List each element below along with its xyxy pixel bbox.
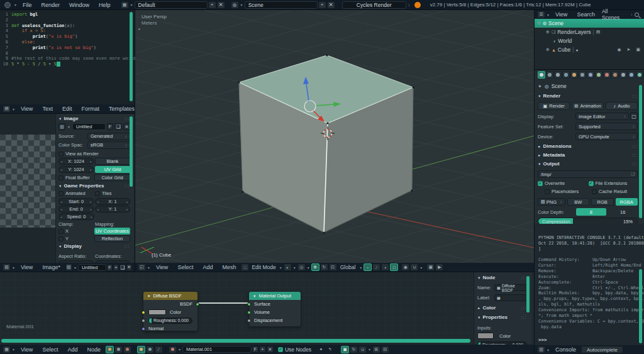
tab-more[interactable] bbox=[636, 71, 643, 79]
linestyle-shader-icon[interactable]: ∕ bbox=[155, 346, 163, 353]
rgb-button[interactable]: RGB bbox=[591, 198, 614, 206]
object-shader-icon[interactable] bbox=[137, 346, 145, 353]
compositing-tree-icon[interactable] bbox=[114, 346, 123, 353]
placeholders-checkbox[interactable]: Placeholders bbox=[538, 189, 591, 194]
rgba-button[interactable]: RGBA bbox=[616, 198, 638, 206]
metadata-panel-header[interactable]: ►Metadata bbox=[538, 152, 565, 158]
shader-tree-icon[interactable] bbox=[106, 346, 114, 353]
pivot-point-icon[interactable]: ◎ bbox=[297, 263, 306, 271]
anim-end-field[interactable]: ◂End: 0▸ bbox=[58, 206, 94, 213]
tab-scene[interactable] bbox=[554, 71, 562, 79]
properties-editor[interactable]: ✦ ◍ Scene ▼Render ▣Render ⊞Animation ♪Au… bbox=[534, 69, 644, 224]
menu-help[interactable]: Help bbox=[94, 2, 115, 8]
color-swatch[interactable] bbox=[148, 309, 166, 315]
image-width-field[interactable]: ◂X: 1024▸ bbox=[58, 158, 94, 165]
blank-button[interactable]: Blank bbox=[95, 158, 130, 165]
screen-layout-icon[interactable]: ▦ bbox=[121, 1, 129, 9]
node-name-field[interactable]: ▦Diffuse BSDF bbox=[494, 284, 527, 291]
panel-grip-icon[interactable] bbox=[631, 145, 638, 148]
3d-viewport[interactable]: User Persp Meters + (1) Cube ◱ ▾ View Se… bbox=[135, 10, 534, 272]
tab-physics[interactable] bbox=[628, 71, 635, 79]
node-panel-scrollbar[interactable] bbox=[526, 276, 530, 313]
new-image-button[interactable]: + bbox=[113, 264, 119, 271]
tiles-x-field[interactable]: ◂X: 1▸ bbox=[95, 198, 130, 205]
roughness-slider[interactable]: Roughness: 0.000 bbox=[148, 318, 192, 324]
opengl-render-icon[interactable]: ▣ bbox=[426, 263, 435, 271]
scene-icon[interactable]: ◍ bbox=[231, 1, 239, 9]
depth-8-button[interactable]: 8 bbox=[576, 208, 606, 216]
material-output-node[interactable]: ▼Material Output Surface Volume Displace… bbox=[248, 291, 301, 327]
color-grid-button[interactable]: Color Grid bbox=[94, 174, 130, 181]
panel-grip-icon[interactable] bbox=[521, 316, 527, 319]
compression-slider[interactable]: Compression: 15% bbox=[538, 218, 638, 224]
pin-icon[interactable]: ✦ bbox=[538, 84, 542, 89]
paste-node-icon[interactable]: ⊟ bbox=[381, 346, 389, 353]
editor-type-text-icon[interactable]: ▤ bbox=[3, 105, 11, 113]
use-nodes-checkbox[interactable]: ✓Use Nodes bbox=[278, 346, 311, 353]
text-menu-templates[interactable]: Templates bbox=[104, 106, 139, 112]
bw-button[interactable]: BW bbox=[567, 198, 590, 206]
app-menu-icon[interactable] bbox=[4, 2, 11, 8]
displacement-input-socket[interactable] bbox=[247, 319, 251, 323]
render-button[interactable]: ▣Render bbox=[538, 102, 570, 110]
anim-speed-field[interactable]: ◂Speed: 0▸ bbox=[58, 213, 94, 220]
copy-node-icon[interactable]: ⊞ bbox=[372, 346, 380, 353]
world-shader-icon[interactable] bbox=[146, 346, 154, 353]
file-extensions-checkbox[interactable]: ✓File Extensions bbox=[589, 180, 638, 186]
snap-icon[interactable]: ∪ bbox=[358, 346, 367, 353]
tab-render[interactable] bbox=[538, 71, 545, 79]
outliner[interactable]: ☰ ▾ View Search All Scenes ↕ ⊖ ◍ Scene ⊕… bbox=[534, 10, 644, 69]
image-panel-header[interactable]: ▼Image bbox=[58, 116, 79, 121]
manipulator-scale-icon[interactable]: ⊡ bbox=[329, 263, 337, 271]
tab-world[interactable] bbox=[562, 71, 570, 79]
face-select-icon[interactable]: ▪ bbox=[381, 263, 389, 271]
tab-object[interactable] bbox=[570, 71, 578, 79]
menu-file[interactable]: File bbox=[18, 2, 36, 8]
visibility-eye-icon[interactable]: ◉ bbox=[617, 47, 621, 52]
tab-modifiers[interactable] bbox=[587, 71, 594, 79]
viewport-canvas[interactable] bbox=[135, 10, 534, 263]
selectable-icon[interactable]: ➤ bbox=[627, 47, 631, 52]
tab-particles[interactable] bbox=[619, 71, 627, 79]
volume-input-socket[interactable] bbox=[247, 311, 251, 314]
renderable-icon[interactable]: ▣ bbox=[636, 47, 640, 52]
menu-window[interactable]: Window bbox=[65, 2, 94, 8]
fake-user-button[interactable]: F bbox=[107, 264, 113, 271]
tab-data[interactable] bbox=[595, 71, 602, 79]
normal-input-socket[interactable] bbox=[142, 327, 145, 331]
node-editor[interactable]: Material.001 ▼Diffuse BSDF BSDF Color Ro… bbox=[0, 272, 534, 354]
vertex-select-icon[interactable]: ◦ bbox=[364, 263, 372, 271]
image-datablock-icon[interactable]: ▧ bbox=[65, 263, 72, 271]
text-scrollbar[interactable] bbox=[130, 12, 133, 101]
render-panel-header[interactable]: ▼Render bbox=[538, 93, 560, 99]
surface-input-socket[interactable] bbox=[247, 302, 251, 306]
node-label-field[interactable]: ▦ bbox=[494, 294, 527, 301]
outliner-item-world[interactable]: ◐ World bbox=[535, 36, 644, 45]
editor-type-image-icon[interactable]: ▧ bbox=[3, 263, 11, 271]
output-path-field[interactable]: /tmp/❏ bbox=[538, 170, 638, 178]
node-menu-view[interactable]: View bbox=[16, 346, 37, 353]
render-engine-select[interactable]: Cycles Render bbox=[342, 1, 406, 9]
panel-grip-icon[interactable] bbox=[124, 245, 130, 248]
panel-grip-icon[interactable] bbox=[631, 94, 638, 97]
text-menu-view[interactable]: View bbox=[16, 106, 37, 112]
render-audio-button[interactable]: ♪Audio bbox=[606, 102, 638, 110]
disclosure-icon[interactable]: ⊕ bbox=[546, 30, 550, 35]
node-menu-select[interactable]: Select bbox=[38, 346, 62, 353]
expand-region-button[interactable]: + bbox=[138, 26, 141, 32]
game-properties-header[interactable]: ▼Game Properties bbox=[58, 183, 104, 189]
node-menu-node[interactable]: Node bbox=[82, 346, 105, 353]
image-menu-image[interactable]: Image* bbox=[38, 264, 65, 270]
material-datablock-field[interactable]: Material.001 bbox=[182, 346, 252, 353]
tiles-checkbox[interactable]: Tiles bbox=[95, 191, 130, 196]
occlude-geometry-icon[interactable]: □ bbox=[390, 263, 398, 271]
view-menu[interactable]: View bbox=[152, 264, 172, 270]
clamp-x-checkbox[interactable]: X bbox=[58, 228, 93, 234]
add-menu[interactable]: Add bbox=[198, 264, 217, 270]
diffuse-node-header[interactable]: ▼Diffuse BSDF bbox=[143, 292, 197, 300]
device-select[interactable]: GPU Compute↕ bbox=[575, 133, 638, 140]
overwrite-checkbox[interactable]: ✓Overwrite bbox=[538, 180, 587, 186]
search-icon[interactable] bbox=[635, 13, 639, 17]
fake-user-button[interactable]: F bbox=[107, 123, 113, 130]
scene-field[interactable]: Scene bbox=[245, 1, 318, 9]
